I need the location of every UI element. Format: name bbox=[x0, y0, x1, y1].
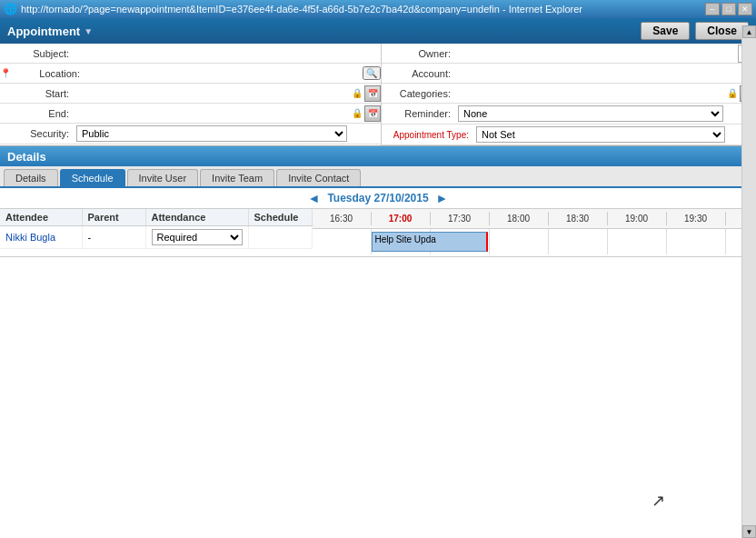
reminder-label: Reminder: bbox=[382, 106, 454, 121]
end-input[interactable]: 27/10/2015 18:00:00 bbox=[76, 108, 343, 119]
time-label-1900: 19:00 bbox=[608, 212, 667, 225]
timeline-cell-4 bbox=[490, 229, 549, 254]
end-calendar-button[interactable]: 📅 bbox=[364, 105, 381, 122]
reminder-select[interactable]: None 5 minutes 10 minutes bbox=[458, 105, 723, 122]
end-lock-icon: 🔒 bbox=[352, 108, 363, 118]
start-calendar-button[interactable]: 📅 bbox=[364, 85, 381, 102]
window-close-button[interactable]: ✕ bbox=[738, 3, 752, 15]
subject-label: Subject: bbox=[0, 46, 73, 61]
end-value: 27/10/2015 18:00:00 bbox=[73, 106, 350, 121]
attendee-table: Attendee Parent Attendance Schedule Nikk… bbox=[0, 209, 313, 249]
maximize-button[interactable]: □ bbox=[721, 3, 736, 15]
location-input[interactable]: Ryehills Park, West Haddon, NN6 7BX, Un bbox=[87, 68, 341, 79]
timeline-cell-6 bbox=[608, 229, 667, 254]
window-controls: – □ ✕ bbox=[705, 3, 752, 15]
form-right: Owner: Nikki Bugla 🔍 Account: Esteiro In… bbox=[382, 44, 756, 145]
app-header: Appointment ▼ Save Close bbox=[0, 18, 756, 44]
location-search-button[interactable]: 🔍 bbox=[363, 66, 381, 80]
security-label: Security: bbox=[0, 126, 73, 141]
app-title-text: Appointment bbox=[7, 25, 80, 38]
app-title: Appointment ▼ bbox=[7, 25, 93, 38]
timeline-body: Help Site Upda bbox=[313, 229, 742, 254]
appointment-block-label: Help Site Upda bbox=[375, 234, 436, 244]
location-label: Location: bbox=[11, 66, 84, 81]
location-row: 📍 Location: Ryehills Park, West Haddon, … bbox=[0, 64, 381, 84]
start-value: 27/10/2015 17:00:00 bbox=[73, 86, 350, 101]
nav-date-text: Tuesday 27/10/2015 bbox=[327, 192, 428, 204]
tab-invite-team[interactable]: Invite Team bbox=[200, 169, 274, 186]
schedule-nav: ◄ Tuesday 27/10/2015 ► bbox=[0, 188, 756, 209]
owner-input[interactable]: Nikki Bugla bbox=[458, 48, 731, 59]
account-label: Account: bbox=[382, 66, 454, 81]
reminder-value: None 5 minutes 10 minutes bbox=[454, 104, 756, 124]
attendance-select[interactable]: Required Optional Non-Participant bbox=[152, 229, 243, 245]
tab-schedule[interactable]: Schedule bbox=[60, 169, 125, 186]
table-row: Nikki Bugla - Required Optional Non-Part… bbox=[0, 226, 312, 249]
timeline-cell-1 bbox=[313, 229, 372, 254]
separator bbox=[0, 256, 756, 257]
categories-value bbox=[454, 86, 725, 101]
mouse-cursor: ↗ bbox=[652, 491, 665, 511]
table-header-row: Attendee Parent Attendance Schedule bbox=[0, 209, 312, 226]
time-label-1730: 17:30 bbox=[431, 212, 490, 225]
attendee-schedule-cell bbox=[248, 226, 312, 249]
appt-type-select[interactable]: Not Set Meeting Call bbox=[476, 126, 725, 143]
time-label-1800: 18:00 bbox=[490, 212, 549, 225]
security-select[interactable]: Public Private bbox=[76, 125, 347, 142]
app-title-dropdown-arrow[interactable]: ▼ bbox=[84, 26, 93, 36]
col-attendee: Attendee bbox=[0, 209, 82, 226]
nav-next-button[interactable]: ► bbox=[436, 191, 449, 205]
tab-invite-user[interactable]: Invite User bbox=[127, 169, 199, 186]
col-attendance: Attendance bbox=[145, 209, 248, 226]
appt-type-value: Not Set Meeting Call bbox=[472, 125, 756, 144]
start-input[interactable]: 27/10/2015 17:00:00 bbox=[76, 88, 343, 99]
attendee-name-link[interactable]: Nikki Bugla bbox=[5, 232, 55, 243]
tabs-bar: Details Schedule Invite User Invite Team… bbox=[0, 166, 756, 188]
schedule-area: ◄ Tuesday 27/10/2015 ► Attendee Parent A… bbox=[0, 188, 756, 257]
title-bar: 🌐 http://tornado/?page=newappointment&It… bbox=[0, 0, 756, 18]
time-label-1700: 17:00 bbox=[372, 212, 431, 225]
end-row: End: 27/10/2015 18:00:00 🔒 📅 bbox=[0, 104, 381, 124]
categories-label: Categories: bbox=[382, 86, 454, 101]
subject-input[interactable]: Esteiro Internal (Appointment) bbox=[76, 48, 377, 59]
tab-invite-contact[interactable]: Invite Contact bbox=[276, 169, 361, 186]
appt-type-label: Appointment Type: bbox=[382, 128, 472, 142]
reminder-row: Reminder: None 5 minutes 10 minutes bbox=[382, 104, 756, 125]
start-lock-icon: 🔒 bbox=[352, 88, 363, 98]
details-header-text: Details bbox=[7, 150, 46, 164]
subject-row: Subject: Esteiro Internal (Appointment) bbox=[0, 44, 381, 64]
tab-details[interactable]: Details bbox=[4, 169, 58, 186]
title-bar-text: http://tornado/?page=newappointment&Item… bbox=[21, 4, 705, 15]
security-value: Public Private bbox=[73, 124, 381, 144]
main-scroll-up[interactable]: ▲ bbox=[742, 25, 756, 38]
timeline-cell-7 bbox=[667, 229, 726, 254]
owner-row: Owner: Nikki Bugla 🔍 bbox=[382, 44, 756, 64]
account-value: Esteiro Internal bbox=[454, 66, 741, 81]
save-button[interactable]: Save bbox=[641, 22, 690, 40]
timeline-cell-5 bbox=[549, 229, 608, 254]
main-scroll-down[interactable]: ▼ bbox=[742, 525, 756, 538]
main-vertical-scrollbar[interactable]: ▲ ▼ bbox=[741, 25, 756, 538]
form-area: Subject: Esteiro Internal (Appointment) … bbox=[0, 44, 756, 146]
end-label: End: bbox=[0, 106, 73, 121]
location-pin-icon: 📍 bbox=[0, 68, 11, 78]
owner-label: Owner: bbox=[382, 46, 454, 61]
account-input[interactable]: Esteiro Internal bbox=[458, 68, 734, 79]
attendee-parent-cell: - bbox=[82, 226, 145, 249]
schedule-content: Attendee Parent Attendance Schedule Nikk… bbox=[0, 209, 756, 254]
col-schedule: Schedule bbox=[248, 209, 312, 226]
categories-lock-icon: 🔒 bbox=[727, 88, 738, 98]
timeline-area: 16:30 17:00 17:30 18:00 18:30 19:00 19:3… bbox=[313, 209, 742, 254]
account-row: Account: Esteiro Internal 🔒 bbox=[382, 64, 756, 84]
categories-row: Categories: 🔒 ... bbox=[382, 84, 756, 104]
categories-input[interactable] bbox=[458, 88, 718, 99]
appt-type-row: Appointment Type: Not Set Meeting Call bbox=[382, 125, 756, 145]
fixed-columns: Attendee Parent Attendance Schedule Nikk… bbox=[0, 209, 313, 254]
start-row: Start: 27/10/2015 17:00:00 🔒 📅 bbox=[0, 84, 381, 104]
minimize-button[interactable]: – bbox=[705, 3, 720, 15]
header-buttons: Save Close bbox=[641, 22, 749, 40]
start-label: Start: bbox=[0, 86, 73, 101]
nav-prev-button[interactable]: ◄ bbox=[308, 191, 321, 205]
col-parent: Parent bbox=[82, 209, 145, 226]
timeline-header: 16:30 17:00 17:30 18:00 18:30 19:00 19:3… bbox=[313, 209, 742, 229]
